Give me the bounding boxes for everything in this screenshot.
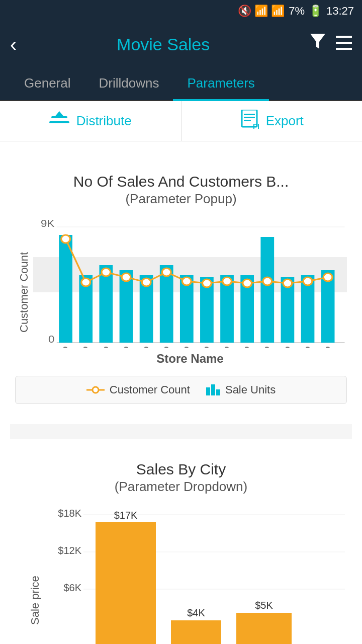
distribute-icon [49,111,69,131]
chart1-svg: 9K 0 [33,217,347,348]
svg-text:ↄ: ↄ [265,344,270,348]
legend-sale-label: Sale Units [225,383,276,396]
svg-rect-3 [49,121,69,123]
legend-sale-units: Sale Units [205,383,276,396]
svg-point-41 [303,277,312,285]
header-actions [310,33,352,56]
svg-text:ↄ: ↄ [244,344,250,348]
svg-text:ↄ: ↄ [184,344,190,348]
svg-rect-61 [216,389,220,395]
svg-text:$12K: $12K [58,545,81,556]
svg-rect-6 [244,114,255,115]
chart2-section: Sales By City (Parameter Dropdown) Sale … [10,449,352,644]
content-area: No Of Sales And Customers B... (Paramete… [0,141,362,644]
svg-text:ↄ: ↄ [63,344,68,348]
toolbar: Distribute PDF Export [0,101,362,141]
chart1-y-axis-label: Customer Count [15,217,33,368]
svg-text:$5K: $5K [255,600,273,611]
header: ‹ Movie Sales [0,22,362,66]
svg-text:ↄ: ↄ [83,344,88,348]
tab-parameters[interactable]: Parameters [173,66,268,100]
svg-point-33 [142,278,151,286]
svg-point-36 [203,279,212,287]
chart2-title: Sales By City [15,459,347,479]
chart1-legend: Customer Count Sale Units [15,376,347,404]
svg-point-29 [61,235,70,243]
svg-text:ↄ: ↄ [164,344,169,348]
svg-rect-25 [260,237,274,343]
svg-text:$18K: $18K [58,508,81,519]
chart2-subtitle: (Parameter Dropdown) [15,479,347,495]
status-icons: 🔇 📶 📶 [238,5,285,18]
chart1-section: No Of Sales And Customers B... (Paramete… [10,162,352,414]
svg-rect-7 [244,117,255,118]
chart2-inner: $18K $12K $6K $0 $17K $4K [55,505,347,644]
svg-text:ↄ: ↄ [104,344,109,348]
svg-text:ↄ: ↄ [285,344,291,348]
svg-text:ↄ: ↄ [204,344,210,348]
menu-icon[interactable] [336,35,352,54]
svg-point-40 [283,279,292,287]
distribute-button[interactable]: Distribute [0,101,182,141]
svg-point-37 [223,277,232,285]
svg-text:ↄ: ↄ [144,344,149,348]
chart1-subtitle: (Parameter Popup) [15,191,347,207]
svg-text:ↄ: ↄ [305,344,311,348]
chart1-inner: 9K 0 [33,217,347,368]
svg-rect-0 [336,36,352,38]
svg-point-32 [122,273,131,281]
legend-customer-label: Customer Count [110,383,190,396]
svg-point-42 [323,273,332,281]
svg-point-30 [81,278,90,286]
filter-icon[interactable] [310,33,326,56]
legend-customer-count: Customer Count [86,383,190,396]
svg-rect-15 [59,235,72,343]
svg-rect-72 [171,620,221,644]
svg-text:ↄ: ↄ [325,344,331,348]
status-bar: 🔇 📶 📶 7% 🔋 13:27 [0,0,362,22]
svg-point-34 [162,268,171,276]
svg-point-31 [102,268,111,276]
chart1-title: No Of Sales And Customers B... [15,172,347,191]
svg-text:9K: 9K [41,218,54,229]
distribute-label: Distribute [76,113,132,129]
clock: 13:27 [326,5,354,18]
svg-text:PDF: PDF [253,122,259,129]
svg-rect-8 [244,120,251,121]
export-button[interactable]: PDF Export [182,101,363,141]
tabs-bar: General Drilldowns Parameters [0,66,362,101]
svg-point-38 [243,279,252,287]
svg-rect-59 [206,387,210,395]
chart2-container: Sale price $18K $12K $6K $0 $17K [15,505,347,644]
svg-text:0: 0 [48,334,54,345]
battery-level: 7% [289,5,305,18]
svg-rect-2 [336,48,352,50]
svg-rect-70 [96,522,156,644]
chart1-container: Customer Count 9K 0 [15,217,347,368]
export-label: Export [266,113,304,129]
svg-text:$4K: $4K [187,607,205,618]
export-icon: PDF [240,110,259,133]
svg-text:ↄ: ↄ [124,344,129,348]
chart1-x-axis-label: Store Name [33,352,347,366]
svg-text:$17K: $17K [114,510,138,521]
battery-icon: 🔋 [309,5,322,18]
tab-general[interactable]: General [10,66,85,100]
svg-text:$6K: $6K [63,582,81,593]
svg-point-35 [182,277,191,285]
back-button[interactable]: ‹ [10,33,17,56]
svg-point-39 [263,277,272,285]
svg-rect-74 [236,613,292,644]
chart2-svg: $18K $12K $6K $0 $17K $4K [55,505,347,644]
tab-drilldowns[interactable]: Drilldowns [85,66,173,100]
svg-rect-60 [211,384,215,395]
svg-text:ↄ: ↄ [224,344,230,348]
chart2-y-axis-label: Sale price [15,505,55,644]
page-title: Movie Sales [17,35,310,54]
svg-rect-1 [336,42,352,44]
svg-point-58 [93,387,99,393]
